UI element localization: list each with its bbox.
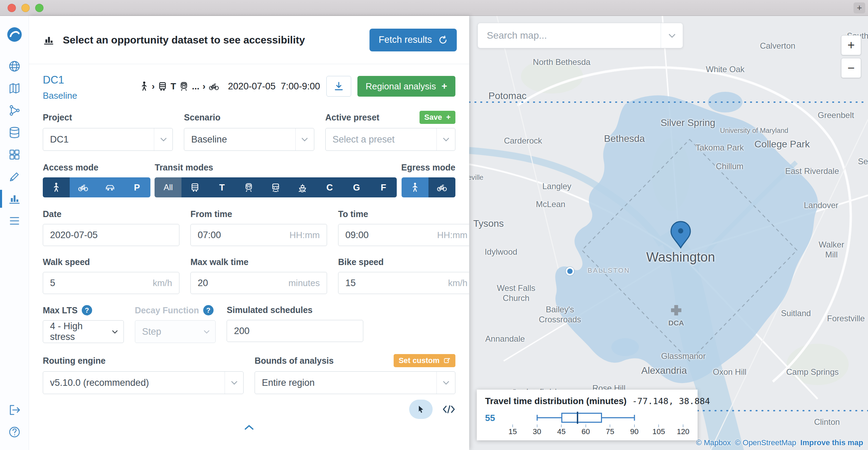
lts-row: Max LTS? 4 - High stress Decay Function?… <box>43 305 455 343</box>
sidebar-item-bundles[interactable] <box>0 121 29 144</box>
show-json-button[interactable] <box>442 404 455 414</box>
conveyal-logo[interactable] <box>0 23 29 46</box>
axis-tick-mark <box>512 424 513 427</box>
map-attribution: © Mapbox © OpenStreetMap Improve this ma… <box>696 438 863 447</box>
sidebar-item-network[interactable] <box>0 77 29 99</box>
scenario-select[interactable]: Baseline <box>184 128 314 151</box>
current-project-link[interactable]: DC1 <box>43 74 77 86</box>
save-preset-button[interactable]: Save + <box>420 111 455 124</box>
max-walk-time-suffix: minutes <box>288 278 320 288</box>
preset-select[interactable]: Select a preset <box>325 128 455 151</box>
transit-all-button[interactable]: All <box>155 177 181 197</box>
axis-tick-label: 30 <box>533 427 541 436</box>
axis-tick-mark <box>658 424 659 427</box>
transit-f-button[interactable]: F <box>370 177 397 197</box>
transit-bus-button[interactable] <box>181 177 208 197</box>
axis-tick-mark <box>610 424 610 427</box>
date-field: Date <box>43 209 179 246</box>
logo-icon <box>7 27 22 42</box>
transit-ferry-button[interactable] <box>289 177 316 197</box>
access-car-button[interactable] <box>97 177 124 197</box>
axis-tick-mark <box>561 424 562 427</box>
search-options-toggle[interactable] <box>661 23 683 48</box>
new-tab-button[interactable]: + <box>854 2 865 13</box>
axis-tick-mark <box>537 424 537 427</box>
download-button[interactable] <box>326 76 351 97</box>
sidebar-item-analyze[interactable] <box>0 188 29 210</box>
project-select[interactable]: DC1 <box>43 128 173 151</box>
select-origin-tool-button[interactable] <box>409 400 433 419</box>
routing-engine-select[interactable]: v5.10.0 (recommended) <box>43 371 244 394</box>
project-field: Project DC1 <box>43 111 173 151</box>
globe-icon <box>8 60 21 73</box>
walk-speed-suffix: km/h <box>153 278 172 288</box>
pencil-icon <box>8 170 21 183</box>
map-canvas[interactable] <box>469 16 868 450</box>
improve-map-link[interactable]: Improve this map <box>800 438 863 447</box>
set-custom-bounds-button[interactable]: Set custom <box>394 354 455 367</box>
simulated-schedules-input[interactable] <box>234 326 356 336</box>
map-search-input[interactable] <box>478 30 661 41</box>
access-walk-button[interactable] <box>43 177 70 197</box>
fetch-results-button[interactable]: Fetch results <box>369 29 457 51</box>
max-lts-select[interactable]: 4 - High stress <box>43 320 124 343</box>
map[interactable]: North BethesdaWhite OakCalvertonSouthPot… <box>469 16 868 450</box>
context-names: DC1 Baseline <box>43 74 77 101</box>
sidebar-item-edit[interactable] <box>0 166 29 188</box>
travel-time-boxplot[interactable]: 153045607590105120 <box>506 411 689 437</box>
window-titlebar: + <box>0 0 868 16</box>
date-input-wrap <box>43 224 179 246</box>
date-input[interactable] <box>50 230 172 241</box>
simulated-schedules-field: Simulated schedules <box>227 305 363 343</box>
minimize-window-button[interactable] <box>21 4 30 12</box>
modes-row: Access mode P Transit modes All <box>43 163 455 197</box>
zoom-in-button[interactable]: + <box>841 35 861 55</box>
sidebar-item-regional-analyses[interactable] <box>0 210 29 232</box>
transit-g-button[interactable]: G <box>343 177 370 197</box>
map-search-box <box>477 23 683 48</box>
axis-tick-mark <box>585 424 586 427</box>
transit-c-button[interactable]: C <box>316 177 343 197</box>
code-icon <box>442 404 455 414</box>
osm-link[interactable]: © OpenStreetMap <box>735 438 796 447</box>
metro-icon <box>244 183 254 192</box>
max-lts-help-icon[interactable]: ? <box>82 305 92 315</box>
transit-metro-button[interactable] <box>235 177 262 197</box>
sidebar-item-logout[interactable] <box>0 399 29 421</box>
sidebar-item-opportunity-datasets[interactable] <box>0 144 29 166</box>
close-window-button[interactable] <box>8 4 16 12</box>
egress-walk-button[interactable] <box>402 177 428 197</box>
maximize-window-button[interactable] <box>35 4 43 12</box>
sidebar-item-modifications[interactable] <box>0 99 29 121</box>
transit-rail-button[interactable] <box>262 177 289 197</box>
collapse-panel-control[interactable] <box>43 423 455 434</box>
max-lts-label-text: Max LTS <box>43 305 78 315</box>
speeds-row: Walk speed km/h Max walk time minutes Bi… <box>43 257 455 294</box>
sidebar-item-help[interactable] <box>0 421 29 443</box>
routing-engine-field: Routing engine v5.10.0 (recommended) <box>43 354 244 394</box>
zoom-out-button[interactable]: − <box>841 58 861 78</box>
access-park-ride-button[interactable]: P <box>124 177 150 197</box>
scenario-select-value: Baseline <box>191 134 227 145</box>
chevron-down-icon <box>295 128 314 150</box>
comparison-origin-dot[interactable] <box>565 266 575 276</box>
axis-tick-label: 15 <box>509 427 517 436</box>
boxplot-median[interactable] <box>577 412 578 424</box>
axis-tick-label: 75 <box>606 427 614 436</box>
distribution-title: Travel time distribution (minutes) <box>485 396 627 407</box>
regional-analysis-button[interactable]: Regional analysis + <box>357 76 455 97</box>
transit-t-button[interactable]: T <box>208 177 235 197</box>
sidebar-item-regions[interactable] <box>0 55 29 77</box>
bike-icon <box>78 183 88 192</box>
access-bike-button[interactable] <box>70 177 97 197</box>
current-scenario-link[interactable]: Baseline <box>43 90 77 101</box>
mapbox-link[interactable]: © Mapbox <box>696 438 731 447</box>
bounds-select-value: Entire region <box>262 378 315 388</box>
decay-function-help-icon[interactable]: ? <box>203 305 214 315</box>
bounds-select[interactable]: Entire region <box>255 371 455 394</box>
travel-time-cutoff-value[interactable]: 55 <box>485 411 502 423</box>
simulated-schedules-input-wrap <box>227 320 363 342</box>
egress-bike-button[interactable] <box>428 177 455 197</box>
to-time-input-wrap: HH:mm <box>338 224 469 246</box>
decay-function-label-text: Decay Function <box>135 305 199 315</box>
